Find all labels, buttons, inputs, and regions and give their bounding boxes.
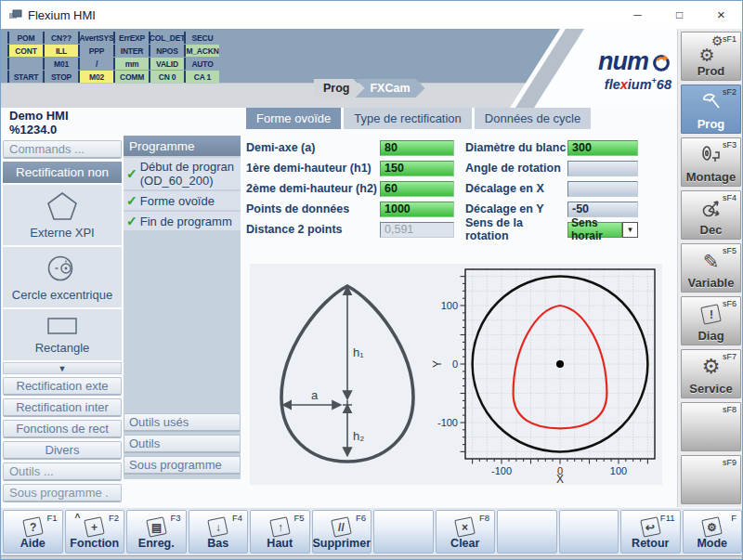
points-de-donnees-input[interactable]: 1000 <box>380 202 454 217</box>
close-button[interactable]: × <box>700 1 742 28</box>
service-gear-icon: ⚙ <box>702 357 721 377</box>
axes-compass-icon <box>699 197 723 219</box>
shape-item-cercle-excentrique[interactable]: Cercle excentrique <box>3 247 122 307</box>
shape-label: Cercle excentrique <box>12 288 112 302</box>
status-cell: NPOS <box>149 45 184 57</box>
diametre-du-blanc-input[interactable]: 300 <box>567 140 638 156</box>
demi-axe-input[interactable]: 80 <box>380 140 454 156</box>
fkey-supprimer[interactable]: F6 // Supprimer <box>312 510 372 553</box>
form-left-column: Demi-axe (a)80 1ère demi-hauteur (h1)150… <box>246 137 462 240</box>
chevron-down-icon: ▼ <box>59 364 67 373</box>
tab-type-de-rectification[interactable]: Type de rectification <box>344 108 472 129</box>
status-cell: CN 0 <box>149 71 184 83</box>
softkey-sf9[interactable]: sF9 <box>681 455 741 504</box>
program-item-forme-ovoide[interactable]: ✓ Forme ovoïde <box>124 191 241 210</box>
breadcrumb-fxcam[interactable]: FXCam <box>355 79 424 98</box>
softkey-variable[interactable]: sF5 ✎ Variable <box>681 243 741 293</box>
fkey-f10-empty[interactable] <box>559 510 619 553</box>
program-item-debut[interactable]: ✓ Début de progran(OD_60_200) <box>124 158 241 189</box>
app-icon <box>8 9 22 21</box>
demi-hauteur-h2-input[interactable]: 60 <box>380 181 454 197</box>
demi-hauteur-h1-input[interactable]: 150 <box>380 161 454 176</box>
shape-item-externe-xpi[interactable]: Externe XPI <box>3 185 122 245</box>
fkey-haut[interactable]: F5 ↑ Haut <box>250 510 310 553</box>
softkey-prog[interactable]: sF2 Prog <box>681 85 741 134</box>
tab-donnees-de-cycle[interactable]: Données de cycle <box>475 108 591 129</box>
status-cell: AvertSYS <box>78 32 113 44</box>
status-cell: M02 <box>78 71 113 83</box>
flexium-logo: flexium+68 <box>562 77 671 91</box>
nav-button-rectification-inter[interactable]: Rectification inter <box>3 398 122 417</box>
softkey-label: Dec <box>682 223 740 237</box>
status-cell: mm <box>113 58 149 70</box>
softkey-diag[interactable]: sF6 ! Diag <box>681 296 741 345</box>
svg-text:Y: Y <box>432 360 444 368</box>
shape-item-rectangle[interactable]: Rectangle <box>3 309 122 360</box>
status-cell: VALID <box>149 58 184 70</box>
maximize-button[interactable]: □ <box>658 1 700 28</box>
program-button-outils[interactable]: Outils <box>124 435 241 453</box>
fkey-retour[interactable]: F11 ↩ Retour <box>620 510 681 553</box>
shape-label: Rectangle <box>35 341 90 355</box>
pentagon-icon <box>46 190 79 222</box>
selected-group-rectification-non[interactable]: Rectification non <box>3 162 122 183</box>
commands-button[interactable]: Commands ... <box>3 140 122 159</box>
program-button-outils-uses[interactable]: Outils usés <box>124 413 241 432</box>
fkey-f7-empty[interactable] <box>373 510 434 553</box>
graphics-panel: h₁ h₂ a -10001001000-100XY <box>250 264 662 485</box>
scroll-down-button[interactable]: ▼ <box>3 362 122 374</box>
softkey-montage[interactable]: sF3 Montage <box>681 137 741 187</box>
brush-delete-icon: // <box>331 516 352 538</box>
program-item-fin[interactable]: ✓ Fin de programm <box>124 212 241 230</box>
field-label: 2ème demi-hauteur (h2) <box>246 182 380 195</box>
svg-text:-100: -100 <box>437 417 458 428</box>
profile-chart: -10001001000-100XY <box>432 264 664 490</box>
titlebar: Flexium HMI ─ □ × <box>1 1 742 29</box>
tab-forme-ovoide[interactable]: Forme ovoïde <box>246 108 341 129</box>
decalage-en-x-input[interactable] <box>567 181 638 197</box>
decalage-en-y-input[interactable]: -50 <box>567 202 638 217</box>
help-icon: ? <box>22 516 44 538</box>
fkey-label: Clear <box>437 537 495 550</box>
fkey-aide[interactable]: F1 ? Aide <box>3 510 63 553</box>
fkey-label: Retour <box>621 537 680 550</box>
eccentric-circle-icon <box>46 253 79 284</box>
fkey-enreg[interactable]: F3 ▤ Enreg. <box>126 510 187 553</box>
softkey-label: Variable <box>682 276 740 290</box>
fkey-bas[interactable]: F4 ↓ Bas <box>189 510 249 553</box>
fkey-f9-empty[interactable] <box>497 510 557 553</box>
nav-button-rectification-exte[interactable]: Rectification exte <box>3 377 122 396</box>
angle-de-rotation-input[interactable] <box>567 161 638 176</box>
pencil-document-icon: ✎ <box>703 252 720 271</box>
alert-icon: ! <box>700 304 722 325</box>
status-cell: SECU <box>184 32 219 44</box>
breadcrumb-prog[interactable]: Prog <box>314 79 362 98</box>
nav-button-divers[interactable]: Divers <box>3 441 122 460</box>
check-icon: ✓ <box>126 193 137 208</box>
sens-de-la-rotation-dropdown[interactable]: Sens horair ▾ <box>567 222 638 238</box>
fkey-fonction[interactable]: F2 ^ + Fonction <box>65 510 125 553</box>
softkey-sf8[interactable]: sF8 <box>681 402 741 451</box>
nav-button-fonctions-de-rect[interactable]: Fonctions de rect <box>3 420 122 438</box>
dropdown-arrow-icon[interactable]: ▾ <box>622 222 638 238</box>
field-label: Distance 2 points <box>246 223 380 236</box>
status-cell: CA 1 <box>184 71 219 83</box>
num-logo: num flexium+68 <box>562 49 671 91</box>
softkey-dec[interactable]: sF4 Dec <box>681 190 741 240</box>
program-id: Demo HMI %1234.0 <box>3 110 122 137</box>
fkey-mode[interactable]: F ⚙ Mode <box>683 510 743 553</box>
minimize-button[interactable]: ─ <box>617 1 658 28</box>
nav-button-sous-programme[interactable]: Sous programme . <box>3 484 122 502</box>
fkey-label: Haut <box>251 537 309 550</box>
fkey-label: Supprimer <box>313 537 372 550</box>
field-label: Décalage en Y <box>465 202 567 215</box>
fkey-label: Mode <box>684 537 742 550</box>
fkey-clear[interactable]: F8 × Clear <box>436 510 496 553</box>
nav-button-outils[interactable]: Outils ... <box>3 462 122 481</box>
function-key-bar: F1 ? Aide F2 ^ + Fonction F3 ▤ Enreg. F4… <box>1 507 743 555</box>
softkey-prod[interactable]: sF1 ⚙⚙ Prod <box>681 32 741 81</box>
program-button-sous-programme[interactable]: Sous programme <box>124 456 241 475</box>
fkey-label: Enreg. <box>127 537 186 550</box>
softkey-service[interactable]: sF7 ⚙ Service <box>681 349 741 398</box>
check-icon: ✓ <box>126 166 137 181</box>
